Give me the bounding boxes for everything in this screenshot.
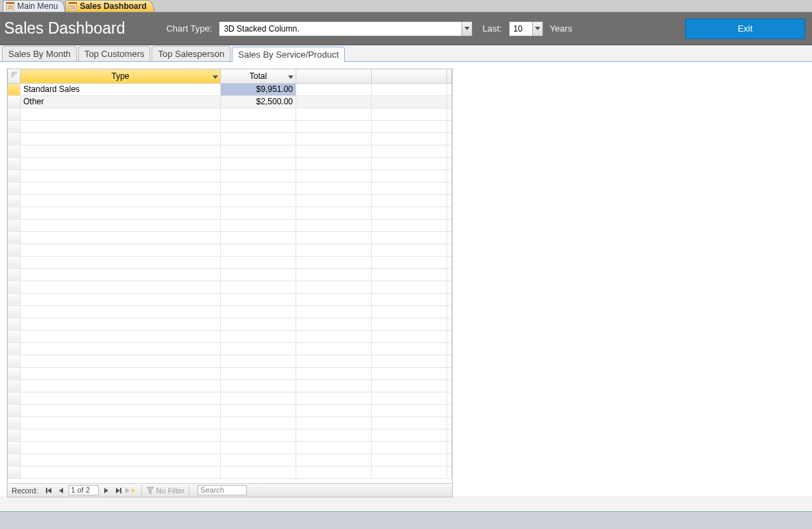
- cell-blank: [447, 441, 452, 454]
- tab-top-customers[interactable]: Top Customers: [78, 46, 150, 61]
- row-selector[interactable]: [8, 219, 21, 231]
- row-selector[interactable]: [8, 305, 21, 318]
- row-selector[interactable]: [8, 207, 21, 219]
- cell-blank: [21, 330, 221, 342]
- column-menu-button[interactable]: [288, 71, 294, 81]
- record-position[interactable]: 1 of 2: [69, 485, 99, 495]
- search-input[interactable]: Search: [198, 485, 247, 495]
- row-selector[interactable]: [8, 169, 21, 182]
- cell-blank: [21, 392, 221, 404]
- row-selector[interactable]: [8, 392, 21, 404]
- nav-new-record-button[interactable]: ✶: [126, 485, 136, 496]
- row-selector[interactable]: [8, 355, 21, 367]
- row-selector[interactable]: [8, 132, 21, 145]
- cell-blank[interactable]: [447, 95, 452, 108]
- row-selector[interactable]: [8, 244, 21, 256]
- cell-blank[interactable]: [296, 83, 372, 95]
- row-selector[interactable]: [8, 416, 21, 429]
- cell-blank: [372, 120, 447, 132]
- row-selector[interactable]: [8, 293, 21, 305]
- chart-type-dropdown-button[interactable]: [462, 22, 472, 36]
- cell-blank[interactable]: [372, 95, 447, 108]
- column-header-total[interactable]: Total: [221, 69, 296, 83]
- cell-blank[interactable]: [372, 83, 447, 95]
- years-label: Years: [550, 23, 573, 34]
- table-row[interactable]: Other$2,500.00: [8, 95, 452, 108]
- row-selector[interactable]: [8, 367, 21, 379]
- column-header-blank[interactable]: [447, 69, 452, 83]
- nav-last-button[interactable]: [113, 485, 124, 496]
- cell-blank[interactable]: [296, 95, 372, 108]
- tab-top-salesperson[interactable]: Top Salesperson: [152, 46, 230, 61]
- cell-blank: [296, 416, 372, 429]
- cell-blank: [296, 392, 372, 404]
- empty-row: [8, 182, 452, 194]
- cell-blank: [221, 392, 296, 404]
- empty-row: [8, 318, 452, 330]
- cell-blank: [447, 231, 452, 244]
- tab-sales-by-month[interactable]: Sales By Month: [2, 46, 77, 61]
- nav-first-button[interactable]: [43, 485, 54, 496]
- cell-blank[interactable]: [447, 83, 452, 95]
- select-all-corner[interactable]: [8, 69, 21, 83]
- row-selector[interactable]: [8, 281, 21, 293]
- column-menu-button[interactable]: [213, 71, 218, 81]
- row-selector[interactable]: [8, 194, 21, 207]
- row-selector[interactable]: [8, 157, 21, 169]
- column-header-blank[interactable]: [296, 69, 372, 83]
- chart-type-combo[interactable]: 3D Stacked Column.: [219, 21, 473, 36]
- row-selector[interactable]: [8, 120, 21, 132]
- last-years-combo[interactable]: 10: [509, 21, 543, 36]
- table-row[interactable]: Standard Sales$9,951.00: [8, 83, 452, 95]
- nav-next-button[interactable]: [101, 485, 112, 496]
- row-selector[interactable]: [8, 256, 21, 268]
- row-selector[interactable]: [8, 466, 21, 478]
- row-selector[interactable]: [8, 379, 21, 392]
- cell-blank: [447, 145, 452, 157]
- row-selector[interactable]: [8, 145, 21, 157]
- row-selector[interactable]: [8, 330, 21, 342]
- row-selector[interactable]: [8, 318, 21, 330]
- row-selector[interactable]: [8, 108, 21, 120]
- row-selector[interactable]: [8, 83, 21, 95]
- row-selector[interactable]: [8, 429, 21, 441]
- row-selector[interactable]: [8, 342, 21, 355]
- cell-total[interactable]: $2,500.00: [221, 95, 296, 108]
- nav-prev-button[interactable]: [56, 485, 67, 496]
- column-header-type[interactable]: Type: [21, 69, 221, 83]
- cell-blank: [221, 219, 296, 231]
- cell-total[interactable]: $9,951.00: [221, 83, 296, 95]
- cell-blank: [21, 108, 221, 120]
- cell-blank: [447, 367, 452, 379]
- last-label: Last:: [482, 23, 501, 34]
- doc-tab-label: Main Menu: [17, 1, 58, 11]
- cell-type[interactable]: Standard Sales: [21, 83, 221, 95]
- row-selector[interactable]: [8, 454, 21, 466]
- row-selector[interactable]: [8, 404, 21, 416]
- chevron-down-icon: [213, 75, 218, 79]
- exit-button[interactable]: Exit: [685, 19, 805, 39]
- cell-blank: [296, 367, 372, 379]
- cell-blank: [372, 355, 447, 367]
- cell-blank: [447, 207, 452, 219]
- doc-tab-main-menu[interactable]: Main Menu: [3, 0, 65, 12]
- datasheet-grid[interactable]: Type Total Standard Sales$9,951.00Other$…: [8, 69, 452, 483]
- column-header-blank[interactable]: [372, 69, 447, 83]
- tab-sales-by-service-product[interactable]: Sales By Service/Product: [232, 47, 345, 62]
- doc-tab-sales-dashboard[interactable]: Sales Dashboard: [65, 0, 154, 12]
- cell-blank: [372, 194, 447, 207]
- cell-blank: [21, 268, 221, 281]
- row-selector[interactable]: [8, 231, 21, 244]
- row-selector[interactable]: [8, 182, 21, 194]
- cell-type[interactable]: Other: [21, 95, 221, 108]
- tab-label: Top Salesperson: [158, 49, 224, 59]
- cell-blank: [372, 330, 447, 342]
- empty-row: [8, 231, 452, 244]
- last-dropdown-button[interactable]: [532, 22, 542, 36]
- filter-indicator[interactable]: No Filter: [146, 486, 185, 495]
- empty-row: [8, 207, 452, 219]
- row-selector[interactable]: [8, 95, 21, 108]
- row-selector[interactable]: [8, 268, 21, 281]
- row-selector[interactable]: [8, 441, 21, 454]
- page-title: Sales Dashboard: [4, 19, 125, 38]
